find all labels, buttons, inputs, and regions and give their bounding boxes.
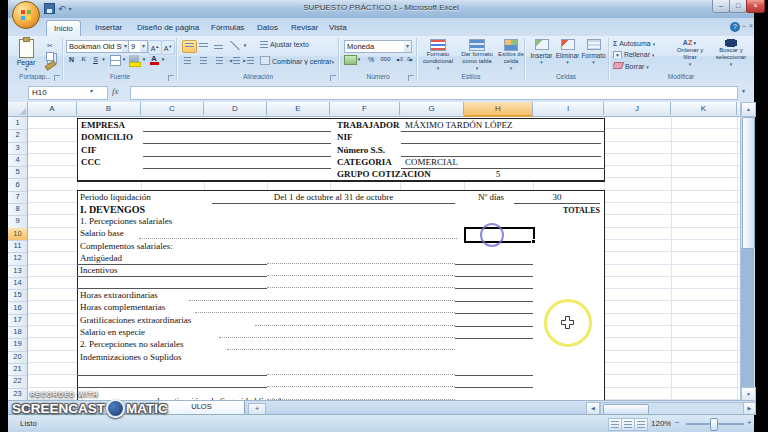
sheet-row[interactable]: Gratificaciones extraordinarias <box>77 315 604 327</box>
tab-revisar[interactable]: Revisar <box>284 20 325 36</box>
scroll-up-icon[interactable] <box>741 102 756 117</box>
sheet-area[interactable]: EMPRESA TRABAJADOR MÁXIMO TARDÓN LÓPEZ D… <box>28 117 740 400</box>
page-layout-view-button[interactable] <box>621 418 635 431</box>
number-dialog-launcher-icon[interactable] <box>408 75 414 81</box>
row-header-19[interactable]: 19 <box>8 338 27 351</box>
format-as-table-button[interactable]: Dar formato como tabla <box>458 39 496 72</box>
row-header-2[interactable]: 2 <box>8 129 27 142</box>
row-header-9[interactable]: 9 <box>8 215 27 228</box>
cif-value[interactable] <box>143 145 331 157</box>
column-header-c[interactable]: C <box>141 102 204 115</box>
font-dialog-launcher-icon[interactable] <box>168 75 174 81</box>
close-button[interactable] <box>746 0 765 13</box>
tab-vista[interactable]: Vista <box>322 20 354 36</box>
paste-button[interactable]: Pegar <box>12 39 40 73</box>
fill-button[interactable]: Rellenar <box>613 51 654 58</box>
column-header-g[interactable]: G <box>400 102 464 115</box>
workbook-close-icon[interactable] <box>749 22 753 29</box>
bold-button[interactable]: N <box>66 54 77 65</box>
comma-style-button[interactable]: 000 <box>378 54 393 65</box>
orientation-icon[interactable] <box>229 41 241 50</box>
zoom-out-icon[interactable] <box>675 418 680 427</box>
sheet-row[interactable]: 2. Percepciones no salariales <box>77 339 604 351</box>
clear-button[interactable]: Borrar <box>613 62 649 70</box>
conditional-formatting-button[interactable]: Formato condicional <box>420 39 456 72</box>
find-select-button[interactable]: Buscar y seleccionar <box>711 39 751 68</box>
align-right-button[interactable] <box>212 55 225 66</box>
sheet-row[interactable]: Indemnizaciones o Suplidos <box>77 352 604 364</box>
tab-inicio[interactable]: Inicio <box>46 20 81 37</box>
maximize-button[interactable] <box>729 0 747 13</box>
vertical-scrollbar[interactable] <box>740 102 755 400</box>
fill-color-dropdown-icon[interactable] <box>141 54 147 65</box>
categoria-value[interactable]: COMERCIAL <box>401 157 605 169</box>
row-header-13[interactable]: 13 <box>8 265 27 278</box>
tab-formulas[interactable]: Fórmulas <box>204 20 251 36</box>
column-header-a[interactable]: A <box>28 102 77 115</box>
format-painter-icon[interactable] <box>45 60 57 70</box>
borders-dropdown-icon[interactable] <box>121 54 127 65</box>
shrink-font-button[interactable]: A <box>161 40 175 55</box>
insert-cells-button[interactable]: Insertar <box>529 39 554 66</box>
minimize-button[interactable] <box>712 0 730 13</box>
column-header-f[interactable]: F <box>330 102 400 115</box>
row-header-17[interactable]: 17 <box>8 314 27 327</box>
borders-icon[interactable] <box>110 55 121 66</box>
empresa-value[interactable] <box>143 120 331 132</box>
align-top-button[interactable] <box>182 40 197 53</box>
orientation-dropdown-icon[interactable] <box>242 40 248 51</box>
tab-datos[interactable]: Datos <box>250 20 285 36</box>
row-header-7[interactable]: 7 <box>8 191 27 204</box>
row-header-14[interactable]: 14 <box>8 277 27 290</box>
tab-diseno-de-pagina[interactable]: Diseño de página <box>130 20 206 36</box>
column-header-e[interactable]: E <box>267 102 330 115</box>
sheet-row[interactable]: Horas complementarias <box>77 302 604 314</box>
sort-filter-button[interactable]: AZ Ordenar y filtrar <box>670 39 710 68</box>
row-header-22[interactable]: 22 <box>8 375 27 388</box>
column-header-h[interactable]: H <box>464 102 533 117</box>
cut-icon[interactable] <box>44 40 56 51</box>
grupo-cotizacion-value[interactable]: 5 <box>468 169 528 179</box>
normal-view-button[interactable] <box>608 418 622 431</box>
sheet-row[interactable]: Horas extraordinarias <box>77 290 604 302</box>
column-header-b[interactable]: B <box>77 102 141 115</box>
cell-styles-button[interactable]: Estilos de celda <box>498 39 524 72</box>
dias-value[interactable]: 30 <box>514 192 600 204</box>
row-header-18[interactable]: 18 <box>8 326 27 339</box>
domicilio-value[interactable] <box>143 132 331 144</box>
row-header-16[interactable]: 16 <box>8 302 27 315</box>
row-header-12[interactable]: 12 <box>8 252 27 265</box>
numero-ss-value[interactable] <box>401 145 601 157</box>
help-icon[interactable] <box>730 22 740 32</box>
merge-center-button[interactable]: Combinar y centrar <box>260 56 334 65</box>
page-break-view-button[interactable] <box>634 418 648 431</box>
row-header-8[interactable]: 8 <box>8 203 27 216</box>
italic-button[interactable]: K <box>78 54 89 65</box>
number-format-combo[interactable]: Moneda <box>344 40 412 53</box>
font-color-dropdown-icon[interactable] <box>160 54 166 65</box>
align-center-button[interactable] <box>197 55 210 66</box>
formula-input[interactable] <box>130 86 738 100</box>
column-header-i[interactable]: I <box>533 102 604 115</box>
alignment-dialog-launcher-icon[interactable] <box>330 75 336 81</box>
autosum-button[interactable]: Autosuma <box>613 40 655 47</box>
prev-sheet-icon[interactable] <box>24 404 29 411</box>
increase-decimal-button[interactable]: .0 <box>395 54 404 65</box>
tab-insertar[interactable]: Insertar <box>88 20 129 36</box>
formula-bar-expand-icon[interactable] <box>742 87 745 94</box>
align-middle-button[interactable] <box>197 40 210 51</box>
last-sheet-icon[interactable] <box>44 404 49 411</box>
select-all-corner[interactable] <box>8 102 28 117</box>
percent-style-button[interactable]: % <box>365 54 377 65</box>
periodo-value[interactable]: Del 1 de octubre al 31 de octubre <box>212 192 455 204</box>
clipboard-dialog-launcher-icon[interactable] <box>54 75 60 81</box>
row-header-23[interactable]: 23 <box>8 388 27 400</box>
vertical-scroll-thumb[interactable] <box>742 117 755 249</box>
periodo-row[interactable]: Periodo liquidación Del 1 de octubre al … <box>77 192 604 204</box>
font-name-combo[interactable]: Bookman Old St <box>66 40 130 53</box>
zoom-in-icon[interactable] <box>747 418 752 427</box>
row-header-11[interactable]: 11 <box>8 240 27 253</box>
row-header-5[interactable]: 5 <box>8 166 27 179</box>
font-size-combo[interactable]: 9 <box>128 40 148 53</box>
format-cells-button[interactable]: Formato <box>581 39 606 66</box>
